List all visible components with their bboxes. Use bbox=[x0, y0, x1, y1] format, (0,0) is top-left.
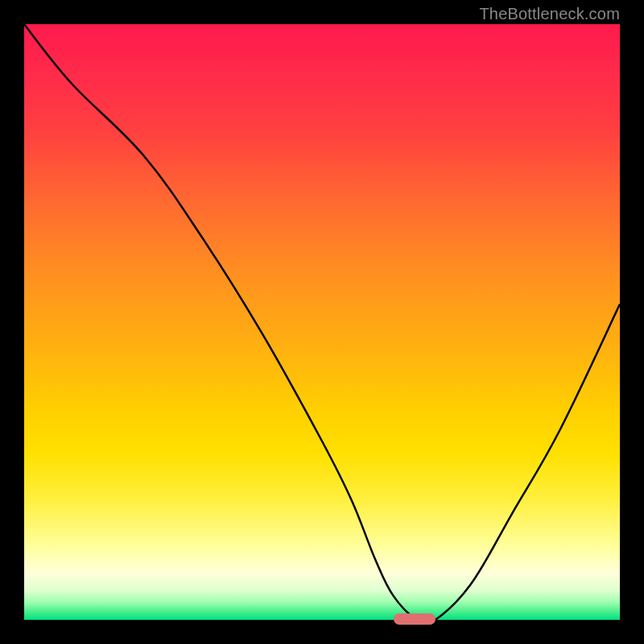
watermark-text: TheBottleneck.com bbox=[479, 5, 620, 23]
chart-container: TheBottleneck.com bbox=[0, 0, 644, 644]
optimal-range-marker bbox=[394, 613, 436, 625]
plot-gradient-background bbox=[24, 24, 620, 620]
